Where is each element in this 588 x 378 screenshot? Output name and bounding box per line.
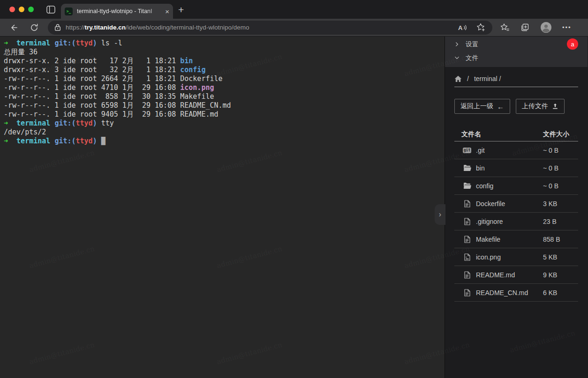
titlebar: >_ terminal-ttyd-wlotnipo - TitanI × + bbox=[0, 0, 588, 19]
file-name: bin bbox=[476, 164, 543, 172]
svg-text:A: A bbox=[458, 24, 463, 31]
upload-label: 上传文件 bbox=[522, 102, 548, 111]
file-name: README_CN.md bbox=[476, 289, 543, 296]
sidebar-sections: 设置 文件 a bbox=[445, 37, 588, 67]
folder-icon bbox=[463, 164, 471, 171]
breadcrumb: / terminal / bbox=[454, 75, 578, 82]
terminal-line: -rw-r--r--. 1 ide root 4710 1月 29 16:08 … bbox=[4, 83, 445, 92]
file-icon bbox=[463, 218, 471, 225]
tab-actions-icon[interactable] bbox=[46, 6, 55, 15]
file-size: ~ 0 B bbox=[543, 147, 578, 154]
table-row[interactable]: .gitignore23 B bbox=[454, 213, 578, 230]
file-icon bbox=[463, 289, 471, 296]
file-name: Makefile bbox=[476, 236, 543, 243]
upload-icon bbox=[552, 103, 558, 110]
file-table-body: git.git~ 0 Bbin~ 0 Bconfig~ 0 BDockerfil… bbox=[454, 141, 578, 302]
add-favorite-icon[interactable] bbox=[476, 22, 486, 32]
browser-tab[interactable]: >_ terminal-ttyd-wlotnipo - TitanI × bbox=[61, 4, 173, 19]
table-row[interactable]: README.md9 KB bbox=[454, 266, 578, 284]
sidebar: 设置 文件 a / terminal / 返回上一级 bbox=[445, 37, 588, 378]
terminal-line: -rw-r--r--. 1 ide root 9405 1月 29 16:08 … bbox=[4, 110, 445, 119]
panel-collapse-toggle[interactable]: › bbox=[435, 204, 445, 225]
chevron-down-icon bbox=[454, 55, 460, 60]
terminal-favicon-icon: >_ bbox=[65, 7, 73, 15]
git-icon: git bbox=[463, 148, 471, 153]
section-settings-label: 设置 bbox=[466, 40, 478, 49]
settings-menu-icon[interactable]: ••• bbox=[562, 24, 572, 31]
terminal-line: -rw-r--r--. 1 ide root 2664 2月 1 18:21 D… bbox=[4, 74, 445, 83]
back-button[interactable] bbox=[7, 23, 21, 32]
terminal-line: drwxr-sr-x. 2 ide root 17 2月 1 18:21 bin bbox=[4, 57, 445, 66]
url-host: try.titanide.cn bbox=[85, 24, 126, 31]
tab-close-button[interactable]: × bbox=[165, 8, 169, 15]
upload-button[interactable]: 上传文件 bbox=[516, 99, 565, 114]
table-row[interactable]: Dockerfile3 KB bbox=[454, 195, 578, 213]
home-icon[interactable] bbox=[454, 75, 462, 82]
file-name: README.md bbox=[476, 271, 543, 279]
section-files-label: 文件 bbox=[466, 54, 478, 62]
browser-window: { "colors": { "badge_red": "#f5222d", "t… bbox=[0, 0, 588, 378]
file-size: 3 KB bbox=[543, 200, 578, 208]
file-name: icon.png bbox=[476, 253, 543, 261]
file-icon bbox=[463, 236, 471, 243]
url-text[interactable]: https://try.titanide.cn/ide/web/coding/t… bbox=[66, 24, 458, 31]
file-size: 9 KB bbox=[543, 271, 578, 279]
file-table-header: 文件名 文件大小 bbox=[454, 128, 578, 141]
table-row[interactable]: bin~ 0 B bbox=[454, 159, 578, 177]
breadcrumb-separator: / bbox=[467, 75, 469, 82]
back-parent-label: 返回上一级 bbox=[460, 102, 493, 111]
refresh-button[interactable] bbox=[27, 23, 41, 32]
breadcrumb-current[interactable]: terminal / bbox=[474, 75, 501, 82]
terminal-line: drwxr-sr-x. 3 ide root 32 2月 1 18:21 con… bbox=[4, 66, 445, 74]
file-icon bbox=[463, 271, 471, 279]
file-size: ~ 0 B bbox=[543, 164, 578, 172]
collections-icon[interactable] bbox=[520, 22, 530, 32]
window-close-button[interactable] bbox=[9, 7, 15, 12]
section-files[interactable]: 文件 bbox=[445, 51, 588, 65]
url-path: /ide/web/coding/terminal-ttyd-wlotnipo/d… bbox=[126, 24, 249, 31]
url-scheme: https:// bbox=[66, 24, 85, 31]
terminal[interactable]: ➜ terminal git:(ttyd) ls -l总用量 36drwxr-s… bbox=[0, 37, 445, 378]
terminal-line: 总用量 36 bbox=[4, 48, 445, 57]
file-name: .git bbox=[476, 147, 543, 154]
chevron-right-icon bbox=[454, 42, 460, 47]
folder-icon bbox=[463, 182, 471, 189]
table-row[interactable]: README_CN.md6 KB bbox=[454, 284, 578, 302]
file-name: config bbox=[476, 182, 543, 190]
file-size: 858 B bbox=[543, 236, 578, 243]
read-aloud-icon[interactable]: A bbox=[458, 23, 467, 32]
file-size: 23 B bbox=[543, 218, 578, 225]
table-row[interactable]: git.git~ 0 B bbox=[454, 141, 578, 159]
window-zoom-button[interactable] bbox=[28, 7, 34, 12]
terminal-line: -rw-r--r--. 1 ide root 6598 1月 29 16:08 … bbox=[4, 101, 445, 110]
terminal-line: ➜ terminal git:(ttyd) █ bbox=[4, 137, 445, 146]
address-bar[interactable]: https://try.titanide.cn/ide/web/coding/t… bbox=[48, 21, 492, 35]
terminal-line: ➜ terminal git:(ttyd) ls -l bbox=[4, 39, 445, 48]
file-size: 6 KB bbox=[543, 289, 578, 296]
breadcrumb-divider bbox=[454, 87, 578, 87]
file-size: ~ 0 B bbox=[543, 182, 578, 190]
terminal-line: -rw-r--r--. 1 ide root 858 1月 30 18:35 M… bbox=[4, 92, 445, 101]
terminal-line: /dev/pts/2 bbox=[4, 128, 445, 137]
file-name: Dockerfile bbox=[476, 200, 543, 208]
window-controls bbox=[9, 7, 34, 12]
table-row[interactable]: icon.png5 KB bbox=[454, 248, 578, 266]
new-tab-button[interactable]: + bbox=[178, 4, 184, 15]
favorites-icon[interactable] bbox=[500, 22, 510, 32]
file-size: 5 KB bbox=[543, 253, 578, 261]
arrow-left-icon: ← bbox=[497, 103, 504, 111]
file-icon bbox=[463, 200, 471, 208]
name-column-header: 文件名 bbox=[454, 130, 543, 139]
file-name: .gitignore bbox=[476, 218, 543, 225]
section-settings[interactable]: 设置 bbox=[445, 37, 588, 51]
size-column-header: 文件大小 bbox=[543, 130, 578, 139]
back-parent-button[interactable]: 返回上一级 ← bbox=[454, 99, 510, 114]
lock-icon[interactable] bbox=[54, 23, 61, 31]
status-badge: a bbox=[567, 38, 578, 50]
table-row[interactable]: config~ 0 B bbox=[454, 177, 578, 195]
avatar[interactable] bbox=[540, 22, 552, 33]
table-row[interactable]: Makefile858 B bbox=[454, 230, 578, 248]
window-minimize-button[interactable] bbox=[19, 7, 24, 12]
navbar: https://try.titanide.cn/ide/web/coding/t… bbox=[0, 19, 588, 37]
tab-title: terminal-ttyd-wlotnipo - TitanI bbox=[77, 8, 163, 15]
